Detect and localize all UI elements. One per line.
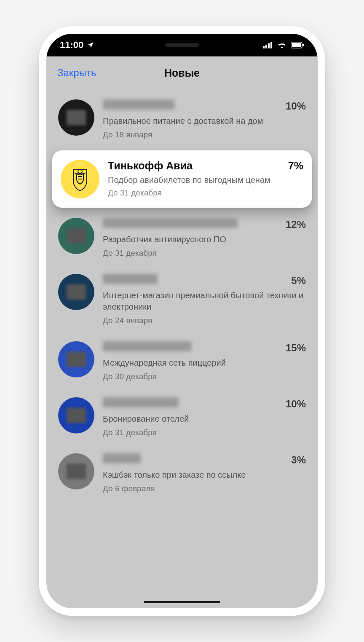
list-item[interactable]: 15% Международная сеть пиццерий До 30 де… bbox=[46, 334, 318, 390]
list-item[interactable]: 10% Бронирование отелей До 31 декабря bbox=[46, 390, 318, 446]
offer-description: Бронирование отелей bbox=[103, 413, 306, 425]
pixelated-logo bbox=[67, 464, 86, 479]
battery-icon bbox=[291, 42, 304, 48]
avatar bbox=[58, 274, 94, 310]
avatar-tinkoff bbox=[61, 160, 99, 198]
offer-name-pixelated bbox=[103, 453, 141, 463]
offer-percent: 10% bbox=[286, 100, 306, 112]
svg-rect-1 bbox=[265, 45, 267, 48]
svg-rect-2 bbox=[268, 43, 270, 48]
avatar bbox=[58, 453, 94, 490]
offer-description: Правильное питание с доставкой на дом bbox=[103, 115, 306, 127]
pixelated-logo bbox=[67, 352, 86, 367]
offer-date: До 31 декабря bbox=[108, 188, 303, 198]
svg-rect-3 bbox=[270, 42, 272, 48]
list-item[interactable]: 5% Интернет-магазин премиальной бытовой … bbox=[46, 266, 318, 334]
avatar bbox=[58, 341, 94, 377]
close-button[interactable]: Закрыть bbox=[57, 67, 96, 79]
offer-name: Тинькофф Авиа bbox=[108, 160, 193, 172]
offer-description: Международная сеть пиццерий bbox=[103, 357, 306, 369]
pixelated-logo bbox=[67, 408, 86, 423]
offer-date: До 31 декабря bbox=[103, 249, 306, 258]
location-icon bbox=[87, 41, 94, 49]
page-title: Новые bbox=[164, 67, 200, 79]
list-item[interactable]: 10% Правильное питание с доставкой на до… bbox=[46, 92, 318, 148]
offer-date: До 31 декабря bbox=[103, 428, 306, 437]
list-item[interactable]: 3% Кэшбэк только при заказе по ссылке До… bbox=[46, 446, 318, 502]
speaker-grill bbox=[165, 43, 199, 47]
modal-header: Закрыть Новые bbox=[46, 56, 318, 89]
offer-percent: 3% bbox=[291, 454, 306, 466]
offer-percent: 10% bbox=[286, 398, 306, 410]
svg-rect-0 bbox=[263, 46, 265, 48]
status-time: 11:00 bbox=[60, 40, 83, 51]
offer-name-pixelated bbox=[103, 218, 238, 228]
offer-description: Кэшбэк только при заказе по ссылке bbox=[103, 469, 306, 481]
offer-name-pixelated bbox=[103, 341, 191, 351]
tinkoff-crest-icon bbox=[67, 166, 94, 193]
svg-rect-5 bbox=[292, 43, 301, 47]
offer-description: Интернет-магазин премиальной бытовой тех… bbox=[103, 290, 306, 313]
svg-rect-6 bbox=[302, 44, 304, 46]
offer-date: До 18 января bbox=[103, 130, 306, 139]
offers-list[interactable]: 10% Правильное питание с доставкой на до… bbox=[46, 89, 318, 608]
signal-icon bbox=[263, 42, 273, 48]
pixelated-logo bbox=[67, 228, 86, 243]
avatar bbox=[58, 397, 94, 433]
notch bbox=[119, 34, 245, 56]
pixelated-logo bbox=[67, 284, 86, 300]
avatar bbox=[58, 99, 94, 136]
avatar bbox=[58, 218, 94, 254]
highlighted-offer-card[interactable]: Тинькофф Авиа 7% Подбор авиабилетов по в… bbox=[52, 150, 312, 208]
phone-frame: 11:00 Закрыть Новые bbox=[39, 26, 325, 616]
offer-date: До 24 января bbox=[103, 316, 306, 325]
phone-screen: 11:00 Закрыть Новые bbox=[46, 34, 318, 608]
offer-date: До 6 февраля bbox=[103, 484, 306, 493]
offer-description: Разработчик антивирусного ПО bbox=[103, 234, 306, 245]
offer-name-pixelated bbox=[103, 397, 179, 407]
offer-percent: 15% bbox=[286, 342, 306, 354]
offer-percent: 7% bbox=[288, 160, 303, 172]
offer-date: До 30 декабря bbox=[103, 372, 306, 381]
pixelated-logo bbox=[67, 110, 86, 125]
home-indicator[interactable] bbox=[144, 601, 220, 603]
offer-name-pixelated bbox=[103, 274, 158, 284]
offer-description: Подбор авиабилетов по выгодным ценам bbox=[108, 175, 303, 185]
list-item[interactable]: 12% Разработчик антивирусного ПО До 31 д… bbox=[46, 210, 318, 266]
wifi-icon bbox=[277, 42, 286, 48]
offer-name-pixelated bbox=[103, 99, 174, 110]
offer-percent: 12% bbox=[286, 219, 306, 230]
offer-percent: 5% bbox=[291, 275, 306, 286]
